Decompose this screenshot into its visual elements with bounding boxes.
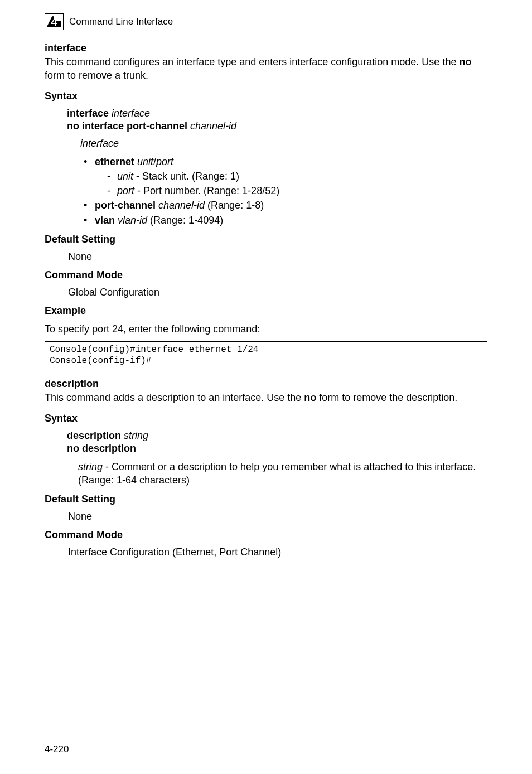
ethernet-keyword: ethernet	[95, 156, 134, 167]
syntax-block-2: description string no description	[67, 430, 487, 454]
console-line-2: Console(config-if)#	[50, 356, 151, 366]
command-title-description: description	[45, 378, 487, 390]
ethernet-unit: unit	[137, 156, 153, 167]
syntax-block-1: interface interface no interface port-ch…	[67, 108, 487, 132]
desc2-no-bold: no	[304, 392, 316, 403]
command-mode-value-2: Interface Configuration (Ethernet, Port …	[68, 546, 487, 558]
sub-item-unit: unit - Stack unit. (Range: 1)	[107, 170, 487, 183]
console-output-1: Console(config)#interface ethernet 1/24 …	[45, 341, 487, 369]
command-mode-value-1: Global Configuration	[68, 287, 487, 298]
default-setting-value-2: None	[68, 511, 487, 523]
sub-item-port: port - Port number. (Range: 1-28/52)	[107, 184, 487, 197]
unit-desc: - Stack unit. (Range: 1)	[133, 171, 239, 182]
syntax-title-2: Syntax	[45, 413, 487, 424]
default-setting-title-1: Default Setting	[45, 234, 487, 245]
syntax3-param: string	[124, 430, 148, 441]
syntax4-keyword: no description	[67, 443, 136, 454]
vlan-param: vlan-id	[118, 215, 147, 226]
desc2-part2: form to remove the description.	[316, 392, 457, 403]
syntax1-keyword: interface	[67, 108, 109, 119]
command-description-interface: This command configures an interface typ…	[45, 55, 487, 83]
port-label: port	[117, 185, 134, 196]
interface-option-list: ethernet unit/port unit - Stack unit. (R…	[45, 155, 487, 227]
svg-text:4: 4	[51, 16, 57, 28]
port-channel-param: channel-id	[158, 200, 205, 211]
command-description-description: This command adds a description to an in…	[45, 391, 487, 404]
ethernet-port: port	[156, 156, 173, 167]
desc-part1: This command configures an interface typ…	[45, 56, 459, 67]
list-item-ethernet: ethernet unit/port unit - Stack unit. (R…	[84, 155, 487, 198]
example-desc-1: To specify port 24, enter the following …	[45, 322, 487, 336]
string-desc: - Comment or a description to help you r…	[78, 461, 476, 486]
command-mode-title-2: Command Mode	[45, 529, 487, 541]
list-item-port-channel: port-channel channel-id (Range: 1-8)	[84, 199, 487, 212]
syntax-title-1: Syntax	[45, 90, 487, 102]
chapter-badge-icon: 4	[45, 13, 64, 30]
default-setting-title-2: Default Setting	[45, 494, 487, 505]
list-item-vlan: vlan vlan-id (Range: 1-4094)	[84, 214, 487, 227]
syntax3-keyword: description	[67, 430, 121, 441]
port-desc: - Port number. (Range: 1-28/52)	[134, 185, 279, 196]
port-channel-range: (Range: 1-8)	[205, 200, 264, 211]
page-number: 4-220	[45, 744, 69, 755]
desc-no-bold: no	[459, 56, 471, 67]
command-title-interface: interface	[45, 42, 487, 54]
unit-label: unit	[117, 171, 133, 182]
desc-part2: form to remove a trunk.	[45, 70, 148, 81]
vlan-range: (Range: 1-4094)	[147, 215, 223, 226]
vlan-keyword: vlan	[95, 215, 115, 226]
interface-label: interface	[80, 138, 119, 149]
syntax2-param: channel-id	[190, 120, 236, 132]
command-mode-title-1: Command Mode	[45, 269, 487, 281]
example-title-1: Example	[45, 305, 487, 317]
console-line-1: Console(config)#interface ethernet 1/24	[50, 345, 258, 355]
string-param-desc: string - Comment or a description to hel…	[78, 460, 487, 487]
default-setting-value-1: None	[68, 251, 487, 263]
interface-param-label: interface	[80, 138, 487, 149]
syntax1-param: interface	[112, 108, 150, 119]
syntax2-keyword: no interface port-channel	[67, 120, 187, 132]
desc2-part1: This command adds a description to an in…	[45, 392, 304, 403]
ethernet-sublist: unit - Stack unit. (Range: 1) port - Por…	[95, 170, 487, 198]
header-text: Command Line Interface	[69, 16, 173, 27]
page-header: 4 Command Line Interface	[45, 13, 487, 30]
port-channel-keyword: port-channel	[95, 200, 156, 211]
string-label: string	[78, 461, 103, 472]
